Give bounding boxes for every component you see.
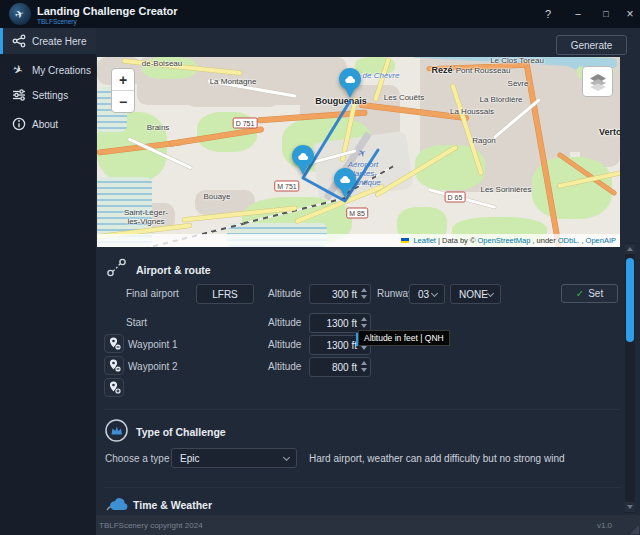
maximize-button[interactable]: □ <box>594 0 618 28</box>
osm-link[interactable]: OpenStreetMap <box>477 236 530 245</box>
info-icon <box>11 117 26 132</box>
spinner-down-icon[interactable] <box>361 368 367 372</box>
close-button[interactable]: × <box>618 0 640 28</box>
sidebar-item-label: Settings <box>32 90 68 101</box>
leaflet-link[interactable]: Leaflet <box>413 236 436 245</box>
waypoint-marker-1[interactable] <box>292 145 314 179</box>
waypoint-marker-2[interactable] <box>334 168 356 202</box>
sidebar-item-label: Create Here <box>32 36 86 47</box>
spinner-down-icon[interactable] <box>361 346 367 350</box>
road-shield: D 751 <box>233 118 258 129</box>
scrollbar-thumb[interactable] <box>626 258 634 342</box>
airport-route-icon <box>104 255 130 281</box>
sidebar-item-my-creations[interactable]: ✈ My Creations <box>0 57 96 83</box>
sliders-icon <box>11 88 26 103</box>
plane-icon: ✈ <box>14 7 26 20</box>
challenge-icon <box>104 418 129 443</box>
altitude-label: Altitude <box>268 361 301 372</box>
spinner[interactable] <box>361 361 367 372</box>
spinner-down-icon[interactable] <box>361 324 367 328</box>
challenge-description: Hard airport, weather can add difficulty… <box>309 453 565 464</box>
attribution-text: , <box>581 236 583 245</box>
version-text: v1.0 <box>597 521 612 530</box>
zoom-out-button[interactable]: − <box>112 91 134 113</box>
section-title-airport-route: Airport & route <box>136 264 211 276</box>
spinner[interactable] <box>361 288 367 299</box>
approach-select[interactable]: NONE <box>450 284 501 304</box>
approach-value: NONE <box>459 289 488 300</box>
altitude-label: Altitude <box>268 317 301 328</box>
spinner-down-icon[interactable] <box>361 295 367 299</box>
cloud-icon <box>334 168 356 190</box>
section-title-weather: Time & Weather <box>133 499 212 511</box>
copyright-text: TBLFScenery copyright 2024 <box>99 521 203 530</box>
start-altitude-value: 1300 ft <box>326 318 357 329</box>
layers-button[interactable] <box>582 66 613 97</box>
sidebar-item-settings[interactable]: Settings <box>0 82 96 108</box>
remove-waypoint-2-button[interactable] <box>104 356 124 375</box>
final-altitude-input[interactable]: 300 ft <box>309 284 371 304</box>
map-zoom-control: + − <box>111 68 135 113</box>
challenge-type-select[interactable]: Epic <box>171 448 297 468</box>
road-shield: D 65 <box>445 192 466 203</box>
sidebar-item-label: My Creations <box>32 65 91 76</box>
titlebar: ✈ Landing Challenge Creator TBLFScenery … <box>0 0 640 28</box>
section-divider <box>104 409 620 410</box>
spinner[interactable] <box>361 317 367 328</box>
runway-label: Runway <box>377 288 413 299</box>
spinner-up-icon[interactable] <box>361 288 367 292</box>
altitude-label: Altitude <box>268 339 301 350</box>
road-shield: M 85 <box>346 208 368 219</box>
minimize-button[interactable]: − <box>566 0 590 28</box>
altitude-tooltip: Altitude in feet | QNH <box>358 330 450 346</box>
altitude-label: Altitude <box>268 288 301 299</box>
remove-waypoint-1-button[interactable] <box>104 334 124 353</box>
odbl-link[interactable]: ODbL. <box>558 236 580 245</box>
set-label: Set <box>588 288 603 299</box>
triangle-down-icon <box>627 505 633 509</box>
footer: TBLFScenery copyright 2024 v1.0 <box>96 515 640 535</box>
section-title-challenge: Type of Challenge <box>136 426 226 438</box>
waypoint-marker-start[interactable] <box>339 68 361 102</box>
set-button[interactable]: ✓ Set <box>561 284 618 303</box>
spinner-up-icon[interactable] <box>361 317 367 321</box>
scrollbar-up-button[interactable] <box>625 244 635 254</box>
final-airport-input[interactable]: LFRS <box>196 284 254 304</box>
sidebar-item-create-here[interactable]: Create Here <box>0 28 96 54</box>
waypoint-1-altitude-value: 1300 ft <box>326 340 357 351</box>
time-weather-icon <box>103 493 131 513</box>
spinner-up-icon[interactable] <box>361 361 367 365</box>
chevron-down-icon <box>283 454 290 461</box>
sidebar-item-about[interactable]: About <box>0 111 96 137</box>
add-waypoint-button[interactable] <box>104 378 124 397</box>
plane-landing-icon: ✈ <box>11 63 26 78</box>
scrollbar-down-button[interactable] <box>625 502 635 512</box>
map[interactable]: de-Boiseau La Montagne Brains Bouguenais… <box>97 57 620 247</box>
attribution-text: , under <box>532 236 555 245</box>
layers-icon <box>588 72 608 92</box>
road-shield: M 751 <box>274 181 299 192</box>
waypoint-2-altitude-input[interactable]: 800 ft <box>309 357 371 377</box>
chevron-down-icon <box>431 290 438 297</box>
runway-value: 03 <box>418 289 429 300</box>
runway-select[interactable]: 03 <box>409 284 445 304</box>
start-label: Start <box>126 317 147 328</box>
pin-minus-icon <box>108 359 121 372</box>
resize-grip[interactable] <box>630 525 639 534</box>
sidebar: Create Here ✈ My Creations Settings Abou… <box>0 28 96 535</box>
waypoint-2-label: Waypoint 2 <box>128 361 178 372</box>
pin-minus-icon <box>108 337 121 350</box>
challenge-type-value: Epic <box>180 453 199 464</box>
text-cursor <box>356 333 358 346</box>
openaip-link[interactable]: OpenAIP <box>586 236 616 245</box>
app-logo-icon: ✈ <box>9 3 31 25</box>
generate-button[interactable]: Generate <box>556 35 627 55</box>
triangle-up-icon <box>627 247 633 251</box>
zoom-in-button[interactable]: + <box>112 69 134 91</box>
ukraine-flag-icon <box>401 238 409 243</box>
pin-plus-icon <box>108 381 121 394</box>
help-button[interactable]: ? <box>536 0 560 28</box>
sidebar-item-label: About <box>32 119 58 130</box>
section-divider <box>104 487 620 488</box>
app-window: ✈ Landing Challenge Creator TBLFScenery … <box>0 0 640 535</box>
